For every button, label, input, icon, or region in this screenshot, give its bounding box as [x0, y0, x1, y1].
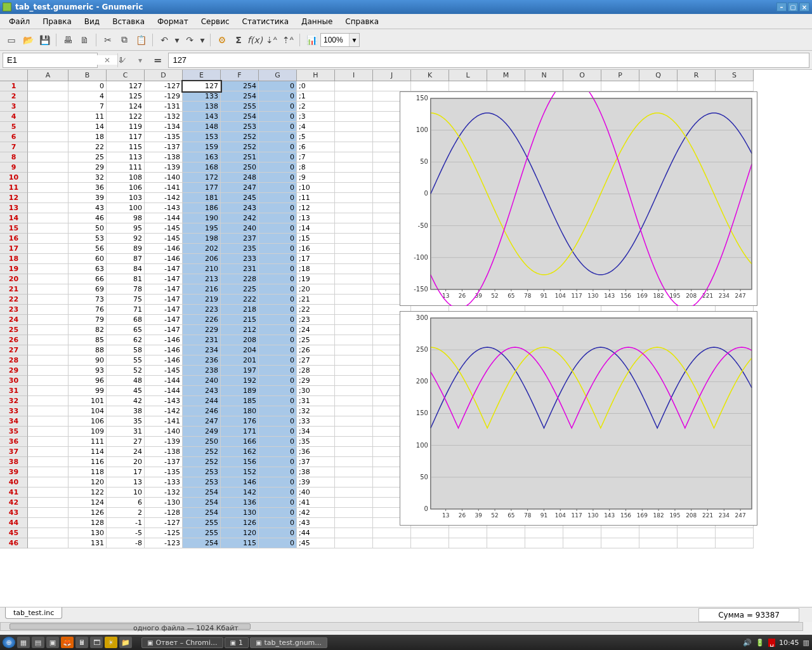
row-header[interactable]: 18	[0, 254, 28, 264]
cell-S46[interactable]	[716, 538, 754, 548]
cell-C35[interactable]: 31	[107, 427, 145, 437]
cell-D16[interactable]: -145	[145, 234, 183, 244]
cell-A6[interactable]	[28, 132, 69, 142]
row-header[interactable]: 31	[0, 386, 28, 396]
cell-B5[interactable]: 14	[69, 122, 107, 132]
cell-C26[interactable]: 62	[107, 335, 145, 345]
row-header[interactable]: 40	[0, 477, 28, 488]
col-header-C[interactable]: C	[107, 70, 145, 81]
zoom-box[interactable]: ▾	[320, 33, 360, 47]
cell-D10[interactable]: -140	[145, 173, 183, 183]
cell-A35[interactable]	[28, 427, 69, 437]
cell-D24[interactable]: -147	[145, 315, 183, 325]
row-header[interactable]: 27	[0, 345, 28, 355]
cell-M1[interactable]	[487, 81, 525, 91]
cell-F18[interactable]: 233	[221, 254, 259, 264]
menu-Формат[interactable]: Формат	[152, 16, 193, 27]
chart-button[interactable]: 📊	[304, 32, 319, 48]
cell-E1[interactable]: 127	[183, 81, 221, 91]
col-header-H[interactable]: H	[297, 70, 335, 81]
cell-A46[interactable]	[28, 538, 69, 548]
cell-E41[interactable]: 254	[183, 488, 221, 498]
cell-E10[interactable]: 172	[183, 173, 221, 183]
cell-A1[interactable]	[28, 81, 69, 91]
cell-A3[interactable]	[28, 102, 69, 112]
col-header-N[interactable]: N	[525, 70, 563, 81]
cell-I19[interactable]	[335, 264, 373, 274]
row-header[interactable]: 32	[0, 396, 28, 406]
cell-H45[interactable]: ;44	[297, 528, 335, 538]
menu-Файл[interactable]: Файл	[4, 16, 35, 27]
row-header[interactable]: 35	[0, 427, 28, 437]
cell-G22[interactable]: 0	[259, 295, 297, 305]
col-header-Q[interactable]: Q	[639, 70, 678, 81]
cell-G33[interactable]: 0	[259, 406, 297, 416]
horizontal-scrollbar[interactable]	[0, 622, 803, 631]
volume-icon[interactable]: 🔊	[743, 639, 752, 647]
menu-Вид[interactable]: Вид	[79, 16, 105, 27]
cell-G40[interactable]: 0	[259, 477, 297, 488]
cell-E30[interactable]: 240	[183, 376, 221, 386]
cell-G46[interactable]: 0	[259, 538, 297, 548]
sheet-tab[interactable]: tab_test.inc	[5, 607, 62, 619]
cell-K1[interactable]	[411, 81, 449, 91]
cell-H13[interactable]: ;12	[297, 203, 335, 213]
cell-C3[interactable]: 124	[107, 102, 145, 112]
taskbar-icon[interactable]: ▣	[46, 637, 59, 648]
cell-D22[interactable]: -147	[145, 295, 183, 305]
col-header-R[interactable]: R	[678, 70, 716, 81]
cell-I29[interactable]	[335, 366, 373, 376]
cell-E11[interactable]: 177	[183, 183, 221, 193]
cell-H3[interactable]: ;2	[297, 102, 335, 112]
cell-H28[interactable]: ;27	[297, 355, 335, 366]
cell-J45[interactable]	[373, 528, 411, 538]
cell-E38[interactable]: 252	[183, 457, 221, 467]
cell-C21[interactable]: 78	[107, 284, 145, 295]
row-header[interactable]: 25	[0, 325, 28, 335]
cell-N1[interactable]	[525, 81, 563, 91]
cell-E14[interactable]: 190	[183, 213, 221, 223]
start-button[interactable]: ⊕	[3, 637, 15, 648]
col-header-M[interactable]: M	[487, 70, 525, 81]
cell-E24[interactable]: 226	[183, 315, 221, 325]
cell-C25[interactable]: 65	[107, 325, 145, 335]
cell-E4[interactable]: 143	[183, 112, 221, 122]
cell-H36[interactable]: ;35	[297, 437, 335, 447]
cell-L46[interactable]	[449, 538, 487, 548]
cell-H4[interactable]: ;3	[297, 112, 335, 122]
cell-A16[interactable]	[28, 234, 69, 244]
cell-C43[interactable]: 2	[107, 508, 145, 518]
undo-button[interactable]: ↶	[157, 32, 172, 48]
row-header[interactable]: 24	[0, 315, 28, 325]
cell-E36[interactable]: 250	[183, 437, 221, 447]
cell-H42[interactable]: ;41	[297, 498, 335, 508]
cell-C19[interactable]: 84	[107, 264, 145, 274]
battery-icon[interactable]: 🔋	[756, 639, 764, 647]
cell-E46[interactable]: 254	[183, 538, 221, 548]
cell-A11[interactable]	[28, 183, 69, 193]
cell-D21[interactable]: -147	[145, 284, 183, 295]
cell-C38[interactable]: 20	[107, 457, 145, 467]
cell-F15[interactable]: 240	[221, 223, 259, 234]
cell-E44[interactable]: 255	[183, 518, 221, 528]
cell-F20[interactable]: 228	[221, 274, 259, 284]
taskbar-icon[interactable]: 🦊	[61, 637, 74, 648]
cell-R45[interactable]	[678, 528, 716, 538]
cell-D31[interactable]: -144	[145, 386, 183, 396]
row-header[interactable]: 37	[0, 447, 28, 457]
cell-D37[interactable]: -138	[145, 447, 183, 457]
cell-O46[interactable]	[563, 538, 601, 548]
cell-D36[interactable]: -139	[145, 437, 183, 447]
cell-H16[interactable]: ;15	[297, 234, 335, 244]
cell-G45[interactable]: 0	[259, 528, 297, 538]
cell-I30[interactable]	[335, 376, 373, 386]
row-header[interactable]: 4	[0, 112, 28, 122]
cell-R46[interactable]	[678, 538, 716, 548]
cell-I40[interactable]	[335, 477, 373, 488]
cell-G30[interactable]: 0	[259, 376, 297, 386]
cell-G19[interactable]: 0	[259, 264, 297, 274]
cell-G34[interactable]: 0	[259, 416, 297, 427]
autosum-button[interactable]: ⚙	[214, 32, 230, 48]
cell-H15[interactable]: ;14	[297, 223, 335, 234]
cell-I22[interactable]	[335, 295, 373, 305]
